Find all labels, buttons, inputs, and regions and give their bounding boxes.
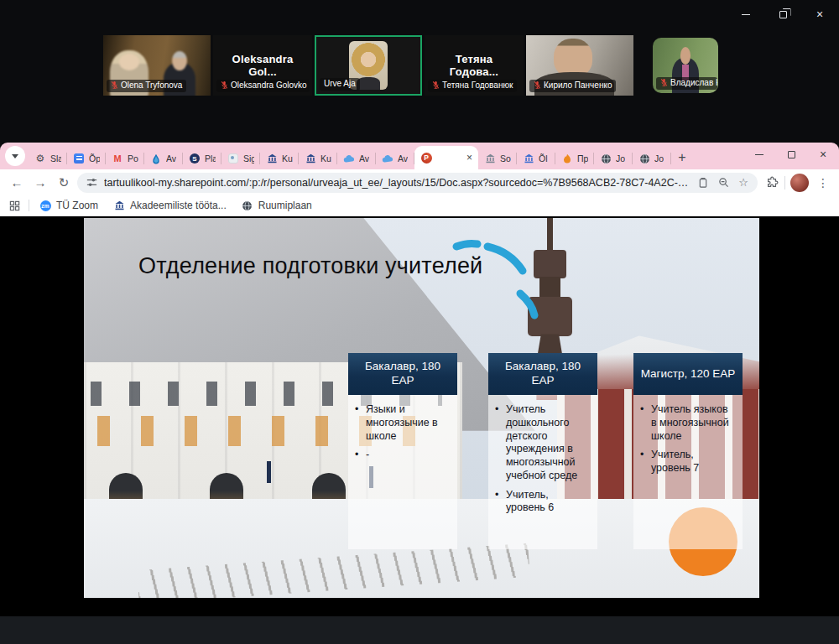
site-settings-icon[interactable] [84, 175, 99, 190]
browser-viewport: Отделение подготовки учителей Бакалавр, … [0, 216, 839, 616]
url-text: tartuulikool-my.sharepoint.com/:p:/r/per… [104, 177, 690, 189]
browser-window: ⚙SlaÕpMPoAvSPlaSigKuKuAvAvP×SoÕlПрJoJo+ … [0, 143, 839, 616]
tab-search-button[interactable] [5, 146, 25, 166]
browser-tab-strip: ⚙SlaÕpMPoAvSPlaSigKuKuAvAvP×SoÕlПрJoJo+ … [0, 143, 839, 169]
bookmarks-bar: zmTÜ ZoomAkadeemiliste tööta...Ruumiplaa… [0, 195, 839, 216]
gmail-icon: M [112, 153, 123, 164]
program-column: Бакалавр, 180 EAPУчитель дошкольного дет… [488, 353, 597, 549]
browser-tab[interactable]: Ku [260, 148, 299, 169]
building-navy-icon [266, 153, 278, 164]
presentation-slide: Отделение подготовки учителей Бакалавр, … [84, 218, 759, 598]
program-column: Магистр, 120 EAPУчитель языков в многояз… [633, 353, 743, 549]
program-column-header: Магистр, 120 EAP [633, 353, 743, 395]
bookmark-item[interactable]: Akadeemiliste tööta... [113, 200, 227, 211]
mic-muted-icon [221, 80, 228, 90]
browser-tab[interactable]: MPo [106, 148, 144, 169]
program-column: Бакалавр, 180 EAPЯзыки и многоязычие в ш… [348, 353, 457, 549]
participant-name-label: Кирило Панченко [529, 80, 616, 93]
zoom-window-controls: × [733, 5, 832, 23]
reload-button[interactable]: ↻ [54, 173, 74, 193]
building-gray-icon [484, 153, 496, 164]
browser-window-controls: × [743, 143, 839, 166]
browser-close-button[interactable]: × [807, 143, 839, 166]
participant-tile[interactable]: Кирило Панченко [526, 35, 633, 96]
close-icon: × [816, 8, 823, 20]
program-column-header: Бакалавр, 180 EAP [348, 353, 457, 395]
bookmarks-divider [29, 200, 29, 211]
program-column-header: Бакалавр, 180 EAP [488, 353, 597, 395]
mic-muted-icon [432, 80, 440, 90]
forward-button[interactable]: → [30, 173, 50, 193]
bookmark-star-icon[interactable]: ☆ [736, 175, 751, 190]
minimize-icon [742, 14, 750, 15]
zm-icon: zm [39, 200, 51, 211]
participant-name-label: Olena Tryfonova [107, 80, 186, 93]
zoom-page-icon[interactable] [716, 175, 731, 190]
zoom-background-strip [0, 616, 839, 644]
program-bullet: Учитель языков в многоязычной школе [640, 403, 736, 443]
back-button[interactable]: ← [7, 173, 27, 193]
profile-avatar[interactable] [790, 174, 809, 192]
participant-tile[interactable]: Urve Aja [315, 35, 422, 96]
participant-name-label: Тетяна Годованюк [428, 80, 517, 93]
participant-tile[interactable]: Oleksandra Gol...Oleksandra Golovko [213, 35, 312, 96]
browser-tab[interactable]: Õl [517, 148, 555, 169]
bookmark-item[interactable]: Ruumiplaan [242, 200, 312, 211]
program-column-body: Учитель дошкольного детского учреждения … [488, 395, 597, 549]
browser-maximize-button[interactable] [775, 143, 807, 166]
browser-tab[interactable]: Jo [633, 148, 671, 169]
mic-muted-icon [111, 80, 118, 90]
chevron-down-icon [12, 154, 18, 158]
sig-icon [227, 153, 239, 164]
tab-close-icon[interactable]: × [466, 153, 472, 163]
powerpoint-icon: P [420, 152, 432, 164]
browser-tab[interactable]: So [478, 148, 517, 169]
browser-tab[interactable]: ⚙Sla [29, 148, 67, 169]
slide-title: Отделение подготовки учителей [138, 253, 482, 279]
browser-tab-active[interactable]: P× [414, 146, 478, 169]
participant-tile[interactable]: Владислав Крушеніц... [653, 38, 718, 93]
screen: { "zoom_app": { "window_controls": { "mi… [0, 0, 839, 644]
browser-menu-icon[interactable]: ⋮ [814, 176, 832, 190]
browser-tab[interactable]: Ku [299, 148, 337, 169]
browser-tab[interactable]: Sig [221, 148, 260, 169]
zoom-minimize-button[interactable] [733, 5, 758, 23]
building-blue-icon [523, 153, 534, 164]
participant-name-label: Oleksandra Golovko [216, 80, 310, 93]
browser-minimize-button[interactable] [743, 143, 775, 166]
bookmark-item[interactable]: zmTÜ Zoom [39, 200, 98, 211]
program-column-body: Языки и многоязычие в школе- [348, 395, 457, 549]
browser-tab[interactable]: Jo [594, 148, 633, 169]
extensions-icon[interactable] [764, 175, 779, 190]
participant-tile[interactable]: Olena Tryfonova [103, 35, 211, 96]
browser-tab[interactable]: Av [337, 148, 376, 169]
program-bullet: Учитель, уровень 6 [495, 489, 591, 516]
browser-tab[interactable]: Av [144, 148, 183, 169]
browser-tab[interactable]: Av [376, 148, 414, 169]
zoom-close-button[interactable]: × [807, 5, 832, 23]
cloud-icon [382, 153, 393, 164]
toolbar-right: ⋮ [761, 174, 832, 192]
browser-tab[interactable]: Õp [67, 148, 106, 169]
participant-strip: Olena TryfonovaOleksandra Gol...Oleksand… [103, 35, 718, 96]
mic-muted-icon [660, 78, 668, 87]
apps-grid-icon[interactable] [8, 200, 20, 211]
mic-muted-icon [534, 80, 541, 90]
zoom-restore-button[interactable] [770, 5, 795, 23]
toolbar-divider [784, 176, 785, 190]
bluedoc-icon [73, 153, 85, 164]
flame-icon [561, 153, 573, 164]
browser-tab[interactable]: SPla [183, 148, 221, 169]
participant-name-label: Urve Aja [320, 78, 360, 91]
globe-icon [242, 200, 253, 211]
restore-icon [779, 11, 787, 18]
participant-tile[interactable]: Тетяна Годова...Тетяна Годованюк [425, 35, 524, 96]
program-bullet: - [355, 449, 451, 462]
participant-name-label: Владислав Крушеніц... [656, 77, 717, 91]
copy-link-icon[interactable] [696, 175, 711, 190]
address-bar[interactable]: tartuulikool-my.sharepoint.com/:p:/r/per… [77, 173, 758, 193]
browser-tab[interactable]: Пр [555, 148, 594, 169]
program-bullet: Языки и многоязычие в школе [355, 403, 451, 443]
new-tab-button[interactable]: + [671, 147, 693, 169]
drop-icon [150, 153, 162, 164]
